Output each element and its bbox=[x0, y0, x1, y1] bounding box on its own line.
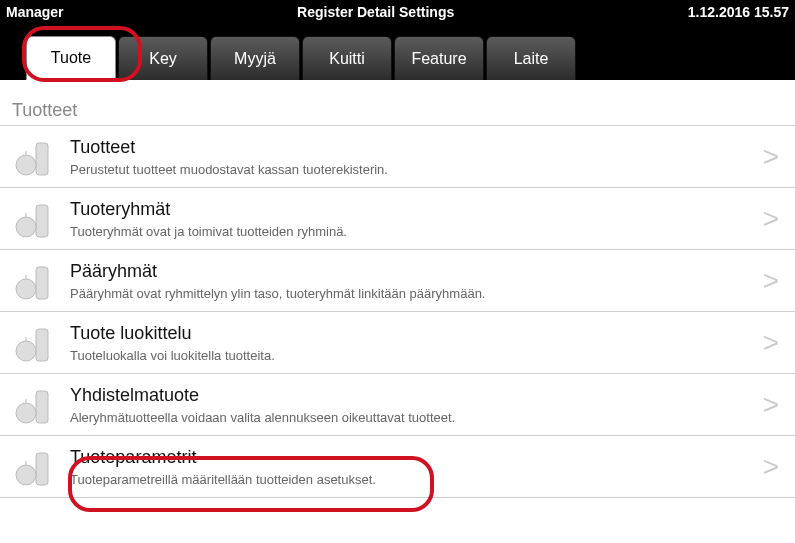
product-icon bbox=[10, 195, 58, 243]
svg-point-10 bbox=[16, 341, 36, 361]
item-subtitle: Tuoteryhmät ovat ja toimivat tuotteiden … bbox=[70, 224, 757, 239]
item-subtitle: Aleryhmätuotteella voidaan valita alennu… bbox=[70, 410, 757, 425]
item-text: Tuoteparametrit Tuoteparametreillä määri… bbox=[70, 447, 757, 487]
manager-label: Manager bbox=[6, 4, 64, 20]
item-text: Yhdistelmatuote Aleryhmätuotteella voida… bbox=[70, 385, 757, 425]
svg-point-13 bbox=[16, 403, 36, 423]
chevron-right-icon: > bbox=[757, 265, 785, 297]
tab-myyja[interactable]: Myyjä bbox=[210, 36, 300, 80]
item-subtitle: Pääryhmät ovat ryhmittelyn ylin taso, tu… bbox=[70, 286, 757, 301]
product-icon bbox=[10, 443, 58, 491]
list-item-yhdistelmatuote[interactable]: Yhdistelmatuote Aleryhmätuotteella voida… bbox=[0, 374, 795, 436]
page-title: Register Detail Settings bbox=[64, 4, 688, 20]
item-title: Tuotteet bbox=[70, 137, 757, 158]
item-text: Tuotteet Perustetut tuotteet muodostavat… bbox=[70, 137, 757, 177]
settings-list: Tuotteet Perustetut tuotteet muodostavat… bbox=[0, 126, 795, 498]
item-subtitle: Tuoteparametreillä määritellään tuotteid… bbox=[70, 472, 757, 487]
tab-label: Myyjä bbox=[234, 50, 276, 68]
item-title: Yhdistelmatuote bbox=[70, 385, 757, 406]
tab-feature[interactable]: Feature bbox=[394, 36, 484, 80]
item-subtitle: Perustetut tuotteet muodostavat kassan t… bbox=[70, 162, 757, 177]
svg-rect-12 bbox=[36, 391, 48, 423]
svg-rect-9 bbox=[36, 329, 48, 361]
chevron-right-icon: > bbox=[757, 141, 785, 173]
tab-label: Kuitti bbox=[329, 50, 365, 68]
tab-label: Tuote bbox=[51, 49, 91, 67]
list-item-tuoteparametrit[interactable]: Tuoteparametrit Tuoteparametreillä määri… bbox=[0, 436, 795, 498]
tab-tuote[interactable]: Tuote bbox=[26, 36, 116, 80]
list-item-paaryhmat[interactable]: Pääryhmät Pääryhmät ovat ryhmittelyn yli… bbox=[0, 250, 795, 312]
product-icon bbox=[10, 381, 58, 429]
status-bar: Manager Register Detail Settings 1.12.20… bbox=[0, 0, 795, 24]
item-text: Tuoteryhmät Tuoteryhmät ovat ja toimivat… bbox=[70, 199, 757, 239]
chevron-right-icon: > bbox=[757, 203, 785, 235]
chevron-right-icon: > bbox=[757, 389, 785, 421]
tab-bar: Tuote Key Myyjä Kuitti Feature Laite bbox=[0, 24, 795, 80]
section-header: Tuotteet bbox=[0, 80, 795, 126]
datetime: 1.12.2016 15.57 bbox=[688, 4, 789, 20]
list-item-tuotteet[interactable]: Tuotteet Perustetut tuotteet muodostavat… bbox=[0, 126, 795, 188]
tab-label: Feature bbox=[411, 50, 466, 68]
svg-point-4 bbox=[16, 217, 36, 237]
chevron-right-icon: > bbox=[757, 327, 785, 359]
chevron-right-icon: > bbox=[757, 451, 785, 483]
svg-rect-15 bbox=[36, 453, 48, 485]
tab-kuitti[interactable]: Kuitti bbox=[302, 36, 392, 80]
list-item-tuote-luokittelu[interactable]: Tuote luokittelu Tuoteluokalla voi luoki… bbox=[0, 312, 795, 374]
svg-point-7 bbox=[16, 279, 36, 299]
svg-rect-3 bbox=[36, 205, 48, 237]
item-title: Tuoteryhmät bbox=[70, 199, 757, 220]
svg-rect-6 bbox=[36, 267, 48, 299]
item-title: Tuoteparametrit bbox=[70, 447, 757, 468]
svg-point-1 bbox=[16, 155, 36, 175]
svg-point-16 bbox=[16, 465, 36, 485]
product-icon bbox=[10, 133, 58, 181]
item-text: Tuote luokittelu Tuoteluokalla voi luoki… bbox=[70, 323, 757, 363]
item-title: Tuote luokittelu bbox=[70, 323, 757, 344]
item-text: Pääryhmät Pääryhmät ovat ryhmittelyn yli… bbox=[70, 261, 757, 301]
product-icon bbox=[10, 319, 58, 367]
product-icon bbox=[10, 257, 58, 305]
item-subtitle: Tuoteluokalla voi luokitella tuotteita. bbox=[70, 348, 757, 363]
tab-key[interactable]: Key bbox=[118, 36, 208, 80]
item-title: Pääryhmät bbox=[70, 261, 757, 282]
tab-laite[interactable]: Laite bbox=[486, 36, 576, 80]
svg-rect-0 bbox=[36, 143, 48, 175]
tab-label: Key bbox=[149, 50, 177, 68]
tab-label: Laite bbox=[514, 50, 549, 68]
list-item-tuoteryhmat[interactable]: Tuoteryhmät Tuoteryhmät ovat ja toimivat… bbox=[0, 188, 795, 250]
